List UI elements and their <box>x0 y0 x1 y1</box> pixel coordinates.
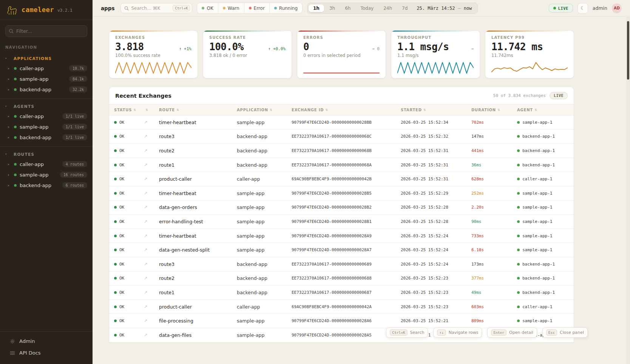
open-exchange-icon[interactable]: ↗ <box>144 120 159 125</box>
hint-label: Open detail <box>509 330 533 335</box>
open-exchange-icon[interactable]: ↗ <box>144 219 159 224</box>
sidebar-item-backend-app[interactable]: ▸ backend-app 32.2k <box>0 84 93 95</box>
table-row[interactable]: OK ↗ file-processing sample-app 90799F47… <box>109 314 574 328</box>
sidebar-item-sample-app[interactable]: ▸ sample-app 1/1 live <box>0 121 93 132</box>
table-row[interactable]: OK ↗ data-gen-orders sample-app 90799F47… <box>109 201 574 215</box>
stat-label: SUCCESS RATE <box>209 35 286 40</box>
time-range-today[interactable]: Today <box>356 5 378 12</box>
sidebar-item-sample-app[interactable]: ▸ sample-app 16 routes <box>0 169 93 180</box>
exchange-id-cell: EE7322370A10617-0000000000000687 <box>292 290 401 295</box>
search-input[interactable] <box>131 6 170 11</box>
ok-dot-icon <box>114 164 117 166</box>
live-badge[interactable]: LIVE <box>549 4 573 12</box>
time-range-1h[interactable]: 1h <box>309 5 324 12</box>
open-exchange-icon[interactable]: ↗ <box>144 262 159 267</box>
exchange-id-cell: EE7322370A10617-000000000000068C <box>292 134 401 139</box>
stat-value: 1.1 msg/s <box>397 41 449 52</box>
sidebar-item-caller-app[interactable]: ▸ caller-app 4 routes <box>0 159 93 169</box>
time-range-24h[interactable]: 24h <box>379 5 397 12</box>
theme-toggle-button[interactable]: ☾ <box>578 3 588 14</box>
table-row[interactable]: OK ↗ route1 backend-app EE7322370A10617-… <box>109 158 574 172</box>
table-row[interactable]: OK ↗ route1 backend-app EE7322370A10617-… <box>109 286 574 300</box>
open-exchange-icon[interactable]: ↗ <box>144 318 159 323</box>
column-header-duration[interactable]: DURATION ⇅ <box>471 108 517 112</box>
table-row[interactable]: OK ↗ data-gen-nested-split sample-app 90… <box>109 243 574 257</box>
status-filter-error[interactable]: Error <box>244 3 270 13</box>
time-range-6h[interactable]: 6h <box>340 5 355 12</box>
open-exchange-icon[interactable]: ↗ <box>144 247 159 252</box>
column-header-route[interactable]: ROUTE ⇅ <box>159 108 237 112</box>
application-cell: sample-app <box>237 233 292 239</box>
sidebar-item-caller-app[interactable]: ▸ caller-app 10.7k <box>0 63 93 74</box>
sidebar-nav: ▾ APPLICATIONS ▸ caller-app 10.7k ▸ samp… <box>0 51 93 194</box>
sidebar-item-caller-app[interactable]: ▸ caller-app 1/1 live <box>0 111 93 121</box>
logo[interactable]: cameleer v3.2.1 <box>0 0 93 20</box>
application-cell: sample-app <box>237 120 292 125</box>
hint-kbd: ↑↓ <box>437 329 446 336</box>
open-exchange-icon[interactable]: ↗ <box>144 205 159 210</box>
started-cell: 2026-03-25 15:52:24 <box>401 233 471 238</box>
time-range-7d[interactable]: 7d <box>397 5 412 12</box>
table-row[interactable]: OK ↗ timer-heartbeat sample-app 90799F47… <box>109 186 574 201</box>
date-range[interactable]: 25. März 14:52 — now <box>413 6 476 11</box>
exchange-id-cell: EE7322370A10617-000000000000068A <box>292 163 401 167</box>
table-row[interactable]: OK ↗ route2 backend-app EE7322370A10617-… <box>109 144 574 158</box>
table-row[interactable]: OK ↗ timer-heartbeat sample-app 90799F47… <box>109 115 574 130</box>
sidebar-item-backend-app[interactable]: ▸ backend-app 6 routes <box>0 180 93 190</box>
open-exchange-icon[interactable]: ↗ <box>144 134 159 139</box>
exchange-id-cell: 69AC90BF8EBC4F9-000000000000042A <box>292 304 401 309</box>
table-row[interactable]: OK ↗ product-caller caller-app 69AC90BF8… <box>109 300 574 314</box>
filter-input[interactable] <box>5 25 87 37</box>
hint-kbd: Enter <box>491 329 506 336</box>
route-cell: data-gen-files <box>159 332 237 338</box>
table-row[interactable]: OK ↗ route3 backend-app EE7322370A10617-… <box>109 257 574 272</box>
table-row[interactable]: OK ↗ route3 backend-app EE7322370A10617-… <box>109 130 574 144</box>
nav-section-header[interactable]: ▾ AGENTS <box>0 101 93 111</box>
column-header-started[interactable]: STARTED ⇅ <box>401 108 471 112</box>
sidebar-item-backend-app[interactable]: ▸ backend-app 1/1 live <box>0 132 93 143</box>
ok-dot-icon <box>114 277 117 280</box>
table-row[interactable]: OK ↗ product-caller caller-app 69AC90BF8… <box>109 172 574 186</box>
started-cell: 2026-03-25 15:52:23 <box>401 304 471 309</box>
column-header-exchange-id[interactable]: EXCHANGE ID ⇅ <box>292 108 401 112</box>
ok-dot-icon <box>114 220 117 223</box>
ok-dot-icon <box>114 149 117 152</box>
table-row[interactable]: OK ↗ timer-heartbeat sample-app 90799F47… <box>109 229 574 243</box>
sidebar-item-admin[interactable]: Admin <box>0 335 93 347</box>
open-exchange-icon[interactable]: ↗ <box>144 163 159 167</box>
route-cell: error-handling-test <box>159 219 237 224</box>
table-row[interactable]: OK ↗ route2 backend-app EE7322370A10617-… <box>109 272 574 286</box>
sidebar-item-sample-app[interactable]: ▸ sample-app 84.1k <box>0 74 93 84</box>
agent-dot-icon <box>517 220 520 223</box>
nav-section-header[interactable]: ▾ ROUTES <box>0 149 93 159</box>
nav-section-header[interactable]: ▾ APPLICATIONS <box>0 53 93 63</box>
nav-section-agents: ▾ AGENTS ▸ caller-app 1/1 live ▸ sample-… <box>0 99 93 147</box>
column-header-status[interactable]: STATUS ⇅ <box>114 108 144 112</box>
open-exchange-icon[interactable]: ↗ <box>144 177 159 181</box>
scrollbar-thumb[interactable] <box>627 21 629 80</box>
open-exchange-icon[interactable]: ↗ <box>144 148 159 153</box>
column-label: STATUS <box>114 108 132 112</box>
open-exchange-icon[interactable]: ↗ <box>144 233 159 238</box>
sidebar-item-api-docs[interactable]: API Docs <box>0 347 93 359</box>
time-range-3h[interactable]: 3h <box>325 5 340 12</box>
started-cell: 2026-03-25 15:52:23 <box>401 276 471 281</box>
sort-icon: ⇅ <box>145 108 148 112</box>
status-cell: OK <box>114 262 144 267</box>
open-exchange-icon[interactable]: ↗ <box>144 304 159 309</box>
avatar[interactable]: AD <box>612 3 622 13</box>
open-exchange-icon[interactable]: ↗ <box>144 191 159 196</box>
status-filter-ok[interactable]: OK <box>197 3 218 13</box>
search-box[interactable]: Ctrl+K <box>120 3 192 13</box>
column-header-application[interactable]: APPLICATION ⇅ <box>237 108 292 112</box>
column-header-agent[interactable]: AGENT ⇅ <box>517 108 574 112</box>
open-exchange-icon[interactable]: ↗ <box>144 290 159 295</box>
duration-cell: 147ms <box>471 134 517 139</box>
status-filter-warn[interactable]: Warn <box>218 3 244 13</box>
column-header-link[interactable]: ⇅ <box>144 108 159 112</box>
table-row[interactable]: OK ↗ error-handling-test sample-app 9079… <box>109 215 574 229</box>
status-filter-running[interactable]: Running <box>270 3 302 13</box>
open-exchange-icon[interactable]: ↗ <box>144 276 159 281</box>
open-exchange-icon[interactable]: ↗ <box>144 333 159 338</box>
keyboard-hint: Ctrl+K Search <box>386 327 428 338</box>
